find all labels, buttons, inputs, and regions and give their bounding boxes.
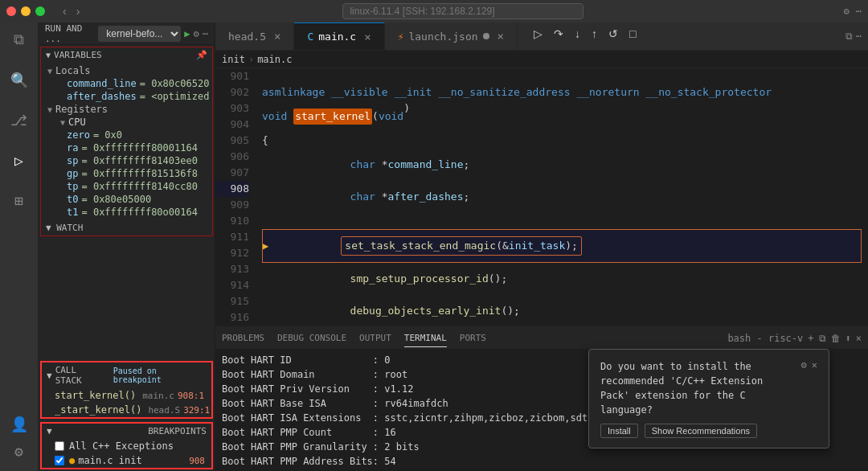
debug-step-over-btn[interactable]: ↷ — [551, 26, 567, 42]
back-button[interactable]: ‹ — [59, 5, 70, 18]
debug-icon[interactable]: ▷ — [6, 146, 33, 174]
terminal-shell-label: bash - risc-v — [727, 333, 803, 344]
account-icon[interactable]: 👤 — [6, 410, 33, 437]
callstack-item-start-kernel[interactable]: start_kernel() main.c 908:1 — [42, 388, 211, 403]
code-content[interactable]: asmlinkage __visible __init __no_sanitiz… — [256, 68, 868, 326]
minimize-dot[interactable] — [21, 6, 31, 16]
extensions-icon[interactable]: ⊞ — [6, 186, 33, 214]
variables-content: ▼ Locals command_line = 0x80c06520 <erro… — [41, 63, 212, 220]
cpu-caret: ▼ — [60, 118, 65, 127]
variables-caret: ▼ — [46, 51, 51, 59]
close-dot[interactable] — [6, 6, 16, 16]
locals-caret: ▼ — [47, 67, 52, 76]
tab-mainc-icon: C — [307, 31, 313, 43]
search-icon[interactable]: 🔍 — [6, 66, 33, 93]
tab-launchjson[interactable]: ⚡ launch.json × — [385, 23, 518, 50]
code-line-908: ▶ set_task_stack_end_magic(&init_task); — [262, 229, 862, 263]
watch-panel[interactable]: ▼ WATCH — [41, 220, 212, 236]
bp-icon: ● — [69, 455, 75, 466]
term-line-7: Boot HART PMP Address Bits: 54 — [222, 454, 862, 469]
code-line-901 — [262, 68, 862, 84]
source-control-icon[interactable]: ⎇ — [6, 106, 33, 133]
term-tab-problems[interactable]: PROBLEMS — [222, 330, 264, 346]
breadcrumb-init[interactable]: init — [222, 54, 245, 65]
tabs-bar: head.5 × C main.c × ⚡ launch.json × ▷ ↷ … — [215, 23, 868, 51]
terminal-add-icon[interactable]: + — [808, 333, 813, 344]
var-after-dashes[interactable]: after_dashes = <optimized out> — [41, 90, 212, 103]
notif-close-btn[interactable]: ✕ — [812, 359, 817, 371]
var-command-line[interactable]: command_line = 0x80c06520 <error... — [41, 77, 212, 90]
settings-icon[interactable]: ⚙ — [844, 6, 850, 17]
tab-head5[interactable]: head.5 × — [215, 23, 294, 50]
debug-restart-btn[interactable]: ↺ — [605, 26, 621, 42]
reg-gp[interactable]: gp = 0xffffffff815136f8 — [41, 167, 212, 180]
term-tab-terminal[interactable]: TERMINAL — [404, 330, 447, 347]
variables-panel: ▼ VARIABLES 📌 ▼ Locals command_line = 0x… — [40, 47, 213, 236]
code-line-904: { — [262, 133, 862, 149]
locals-section[interactable]: ▼ Locals — [41, 64, 212, 77]
debug-stop-btn[interactable]: □ — [626, 26, 639, 42]
code-line-906: char *after_dashes; — [262, 181, 862, 213]
tab-launchjson-close[interactable]: × — [497, 30, 504, 43]
notif-install-btn[interactable]: Install — [600, 424, 638, 438]
search-input[interactable]: linux-6.11.4 [SSH: 192.168.2.129] — [342, 3, 583, 19]
explorer-icon[interactable]: ⧉ — [6, 26, 33, 53]
reg-t0[interactable]: t0 = 0x80e05000 — [41, 193, 212, 206]
split-editor-icon[interactable]: ⧉ — [845, 31, 853, 42]
registers-section[interactable]: ▼ Registers — [41, 103, 212, 116]
tab-mainc[interactable]: C main.c × — [294, 23, 384, 50]
term-tab-output[interactable]: OUTPUT — [359, 330, 391, 346]
debug-step-into-btn[interactable]: ↓ — [571, 26, 583, 42]
gear-icon[interactable]: ⚙ — [6, 437, 33, 465]
debug-continue-btn[interactable]: ▷ — [530, 26, 546, 42]
breadcrumb-mainc[interactable]: main.c — [257, 54, 292, 65]
forward-button[interactable]: › — [73, 5, 84, 18]
notif-show-btn[interactable]: Show Recommendations — [645, 424, 757, 438]
editor-area: 901 902 903 904 905 906 907 908 909 910 … — [215, 68, 868, 326]
run-debug-icon[interactable]: ▶ — [184, 28, 190, 39]
line-numbers: 901 902 903 904 905 906 907 908 909 910 … — [215, 68, 256, 326]
bp-main-init[interactable]: ● main.c init 908 — [42, 453, 211, 468]
more-icon[interactable]: ⋯ — [856, 6, 862, 17]
more-tab-icon[interactable]: ⋯ — [856, 31, 862, 42]
tab-head5-close[interactable]: × — [274, 30, 280, 43]
bp-all-cpp-checkbox[interactable] — [55, 441, 64, 451]
config-icon[interactable]: ⚙ — [194, 28, 199, 39]
callstack-header[interactable]: ▼ CALL STACK Paused on breakpoint — [42, 362, 211, 388]
variables-pin-icon[interactable]: 📌 — [196, 50, 207, 60]
tab-launchjson-icon: ⚡ — [398, 31, 404, 43]
callstack-item-start-kernel2[interactable]: _start_kernel() head.S 329:1 — [42, 403, 211, 417]
term-tab-ports[interactable]: PORTS — [460, 330, 486, 346]
debug-config-select[interactable]: kernel-befo... — [98, 26, 181, 42]
maximize-dot[interactable] — [35, 6, 45, 16]
terminal-trash-icon[interactable]: 🗑 — [831, 333, 841, 344]
reg-t1[interactable]: t1 = 0xffffffff80o00164 — [41, 206, 212, 219]
titlebar-actions: ⚙ ⋯ — [844, 6, 862, 17]
notif-settings-icon[interactable]: ⚙ — [801, 359, 807, 371]
tab-launchjson-modified — [483, 33, 489, 39]
terminal-maximize-icon[interactable]: ⬆ — [845, 333, 851, 344]
terminal-close-icon[interactable]: × — [856, 333, 862, 344]
term-tab-debug[interactable]: DEBUG CONSOLE — [277, 330, 346, 346]
reg-tp[interactable]: tp = 0xffffffff8140cc80 — [41, 180, 212, 193]
terminal-split-icon[interactable]: ⧉ — [819, 333, 826, 344]
cpu-section[interactable]: ▼ CPU — [41, 116, 212, 129]
tab-mainc-label: main.c — [318, 31, 356, 43]
titlebar-search: linux-6.11.4 [SSH: 192.168.2.129] — [88, 3, 838, 19]
reg-sp[interactable]: sp = 0xffffffff81403ee0 — [41, 154, 212, 167]
variables-header[interactable]: ▼ VARIABLES 📌 — [41, 47, 212, 63]
code-line-910: debug_objects_early_init(); — [262, 295, 862, 326]
tab-mainc-close[interactable]: × — [364, 31, 371, 43]
debug-step-out-btn[interactable]: ↑ — [588, 26, 600, 42]
more-options-icon[interactable]: ⋯ — [203, 28, 208, 39]
notification: Do you want to install the recommended '… — [588, 349, 829, 448]
activity-bar: ⧉ 🔍 ⎇ ▷ ⊞ 👤 ⚙ — [0, 23, 39, 471]
bp-all-cpp[interactable]: All C++ Exceptions — [42, 439, 211, 453]
traffic-lights — [6, 6, 45, 16]
breakpoints-panel: ▼ BREAKPOINTS All C++ Exceptions ● main.… — [40, 422, 213, 469]
reg-zero[interactable]: zero = 0x0 — [41, 129, 212, 141]
notification-text: Do you want to install the recommended '… — [600, 359, 795, 417]
breakpoints-header[interactable]: ▼ BREAKPOINTS — [42, 424, 211, 439]
bp-main-init-checkbox[interactable] — [55, 456, 64, 465]
reg-ra[interactable]: ra = 0xffffffff80001164 — [41, 141, 212, 154]
